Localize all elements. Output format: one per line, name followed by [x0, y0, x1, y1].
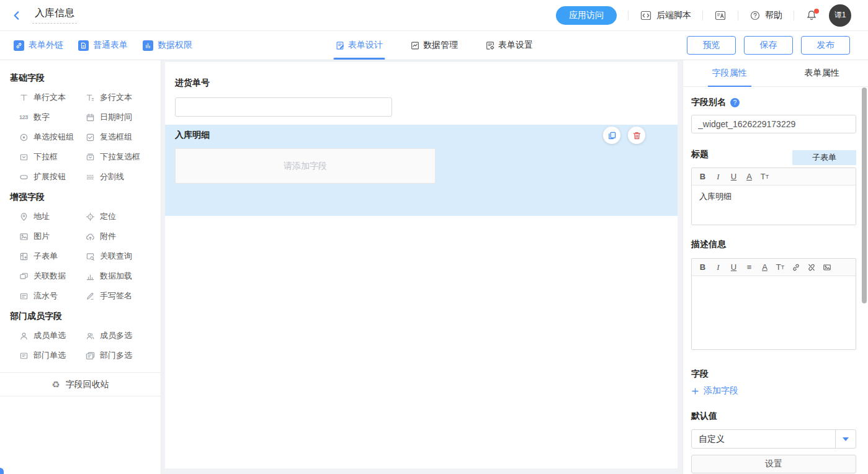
alias-help-icon[interactable]: ? [730, 98, 740, 107]
copy-widget-button[interactable] [603, 127, 620, 144]
font-size-button[interactable]: TT [757, 170, 772, 184]
notification-bell-icon[interactable] [805, 9, 818, 22]
signature-icon [85, 292, 95, 301]
description-editor-body[interactable] [692, 276, 856, 349]
field-item-signature[interactable]: 手写签名 [85, 286, 151, 306]
field-item-label: 子表单 [34, 251, 58, 262]
plus-icon [691, 387, 699, 395]
bold-button[interactable]: B [695, 170, 710, 184]
alias-row: 字段别名 ? [691, 97, 856, 108]
field-item-dept-single[interactable]: 部门单选 [19, 346, 85, 365]
field-item-multi-line-text[interactable]: 多行文本 [85, 87, 151, 107]
field-item-subform[interactable]: 子表单 [19, 246, 85, 266]
title-editor-body[interactable]: 入库明细 [692, 186, 856, 225]
underline-button[interactable]: U [726, 170, 741, 184]
subform-icon [19, 252, 29, 261]
tab-form-design[interactable]: 表单设计 [335, 31, 383, 60]
translate-button[interactable] [714, 9, 727, 22]
field-item-lookup-query[interactable]: 关联查询 [85, 246, 151, 266]
italic-button[interactable]: I [710, 170, 726, 184]
save-button[interactable]: 保存 [744, 36, 793, 55]
subform-actions [603, 127, 645, 144]
field-recycle-bin-button[interactable]: ♻ 字段回收站 [0, 372, 161, 396]
toolbar-item-form-external-link[interactable]: 表单外链 [14, 40, 63, 51]
sidebar-sections: 基础字段单行文本多行文本123数字日期时间单选按钮组复选框组下拉框下拉复选框扩展… [10, 73, 151, 365]
field-item-dept-multi[interactable]: 部门多选 [85, 346, 151, 365]
toolbar-item-normal-form[interactable]: 普通表单 [78, 40, 128, 51]
tab-form-settings[interactable]: 表单设置 [485, 31, 533, 60]
palette-section-title: 基础字段 [10, 73, 151, 84]
avatar[interactable]: 谭1 [829, 4, 851, 27]
divider-icon [85, 172, 95, 182]
field-item-member-multi[interactable]: 成员多选 [85, 326, 151, 346]
field-item-dropdown-multi[interactable]: 下拉复选框 [85, 147, 151, 167]
subform-dropzone[interactable]: 请添加字段 [175, 148, 436, 184]
font-size-button[interactable]: TT [772, 261, 788, 274]
field-item-attachment[interactable]: 附件 [85, 226, 151, 246]
radio-group-icon [19, 133, 29, 142]
backend-script-label: 后端脚本 [656, 10, 691, 21]
subform-widget-selected[interactable]: 入库明细 请添加字段 [165, 125, 678, 216]
field-item-serial-number[interactable]: 流水号 [19, 286, 85, 306]
field-item-number[interactable]: 123数字 [19, 107, 85, 127]
text-field-input[interactable] [175, 97, 392, 117]
normal-form-icon [78, 40, 89, 51]
field-item-datetime[interactable]: 日期时间 [85, 107, 151, 127]
field-item-divider[interactable]: 分割线 [85, 167, 151, 187]
default-value-select[interactable]: 自定义 [691, 429, 856, 449]
properties-tab-form-props[interactable]: 表单属性 [776, 60, 868, 86]
default-value-label: 默认值 [691, 411, 856, 422]
settings-button[interactable]: 设置 [691, 455, 856, 473]
insert-image-button[interactable] [819, 261, 834, 274]
question-circle-icon [749, 10, 761, 21]
add-field-button[interactable]: 添加字段 [691, 385, 738, 396]
backend-script-button[interactable]: 后端脚本 [640, 9, 691, 22]
dept-multi-icon [85, 351, 95, 360]
panel-scrollbar[interactable] [862, 87, 867, 303]
text-field-widget[interactable]: 进货单号 [165, 62, 678, 117]
align-button[interactable]: ≡ [741, 261, 757, 274]
field-item-linked-data[interactable]: 关联数据 [19, 266, 85, 286]
field-item-expand-button[interactable]: 扩展按钮 [19, 167, 85, 187]
form-settings-icon [485, 41, 494, 50]
field-item-location[interactable]: 定位 [85, 207, 151, 226]
chevron-down-icon [843, 437, 849, 444]
select-caret-box[interactable] [835, 430, 856, 448]
underline-button[interactable]: U [726, 261, 741, 274]
form-canvas-area: 进货单号 入库明细 请添加字段 [161, 60, 682, 474]
publish-button[interactable]: 发布 [801, 36, 850, 55]
insert-link-button[interactable] [788, 261, 803, 274]
field-item-radio-group[interactable]: 单选按钮组 [19, 127, 85, 147]
tab-data-manage[interactable]: 数据管理 [410, 31, 458, 60]
field-item-label: 多行文本 [100, 92, 132, 103]
alias-label: 字段别名 [691, 97, 726, 108]
field-item-member-single[interactable]: 成员单选 [19, 326, 85, 346]
delete-widget-button[interactable] [628, 127, 645, 144]
properties-tab-field-props[interactable]: 字段属性 [683, 60, 776, 86]
remove-link-button[interactable] [803, 261, 819, 274]
bold-button[interactable]: B [695, 261, 710, 274]
subform-label: 入库明细 [175, 130, 668, 141]
field-item-checkbox-group[interactable]: 复选框组 [85, 127, 151, 147]
preview-button[interactable]: 预览 [687, 36, 736, 55]
field-item-label: 附件 [100, 231, 116, 242]
help-button[interactable]: 帮助 [749, 10, 782, 21]
field-item-address[interactable]: 地址 [19, 207, 85, 226]
lookup-query-icon [85, 252, 95, 261]
properties-body: 字段别名 ? 标题 子表单 BIUATT 入库明细 描述信息 BIU≡ATT 字… [683, 87, 868, 473]
field-item-data-load[interactable]: 数据加载 [85, 266, 151, 286]
translate-icon [714, 9, 727, 22]
field-item-dropdown[interactable]: 下拉框 [19, 147, 85, 167]
italic-button[interactable]: I [710, 261, 726, 274]
back-icon[interactable] [11, 10, 22, 21]
font-color-button[interactable]: A [741, 170, 757, 184]
toolbar-item-data-permission[interactable]: 数据权限 [143, 40, 192, 51]
fields-label: 字段 [691, 369, 856, 380]
page-title[interactable]: 入库信息 [32, 7, 77, 24]
checkbox-group-icon [85, 133, 95, 142]
alias-input[interactable] [691, 115, 856, 133]
app-access-button[interactable]: 应用访问 [556, 6, 617, 25]
field-item-single-line-text[interactable]: 单行文本 [19, 87, 85, 107]
field-item-image[interactable]: 图片 [19, 226, 85, 246]
font-color-button[interactable]: A [757, 261, 772, 274]
